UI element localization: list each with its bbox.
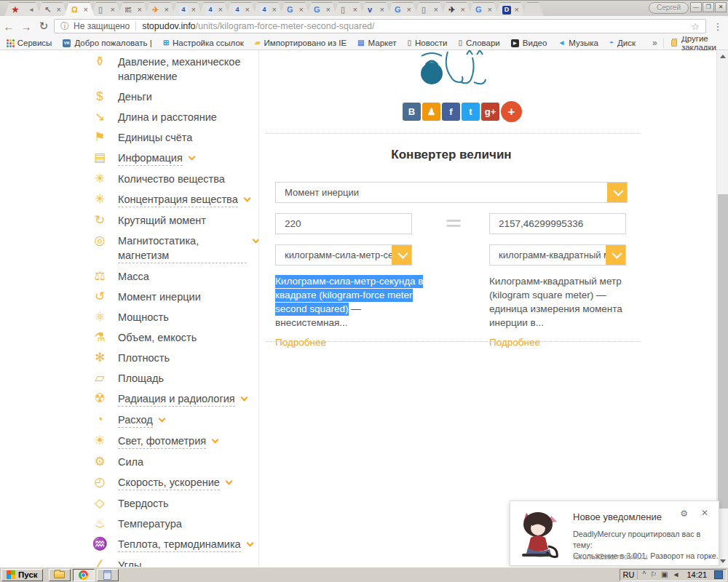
- tab-cnt-pss[interactable]: ЦНТ ПСС×: [118, 2, 149, 17]
- flag-icon[interactable]: ⚐: [650, 571, 657, 578]
- minimize-button[interactable]: —: [690, 2, 702, 12]
- sidebar-item-radiation[interactable]: ☢Радиация и радиология: [91, 388, 258, 410]
- close-button[interactable]: ✕: [715, 2, 727, 12]
- volume-icon[interactable]: ◄: [673, 571, 680, 578]
- bookmark-star-icon[interactable]: ☆: [691, 21, 700, 32]
- sidebar-item-heat[interactable]: ♒Теплота, термодинамика: [91, 534, 258, 555]
- back-button[interactable]: ←: [0, 20, 17, 33]
- tab-il2-forum[interactable]: 4×: [172, 2, 202, 17]
- tab-page[interactable]: ▯×: [91, 2, 122, 17]
- bookmark-music[interactable]: ◄Музыка: [558, 39, 598, 47]
- other-bookmarks-button[interactable]: Другие закладки: [664, 34, 728, 52]
- tab-il2-forum[interactable]: 4×: [226, 2, 256, 17]
- tab-close-icon[interactable]: ×: [57, 6, 61, 14]
- gear-icon[interactable]: ⚙: [680, 509, 688, 519]
- sidebar-item-magnetism[interactable]: ◎Магнитостатика, магнетизм: [91, 231, 258, 266]
- sidebar-item-information[interactable]: ▤Информация: [91, 148, 258, 169]
- tab-google[interactable]: G×: [387, 2, 418, 17]
- close-icon[interactable]: ✕: [701, 508, 708, 518]
- tab-warthunder[interactable]: ✈×: [145, 2, 175, 17]
- tab-close-icon[interactable]: ×: [191, 6, 196, 14]
- new-tab-stub[interactable]: [522, 2, 544, 17]
- sidebar-item-area[interactable]: ▱Площадь: [91, 368, 258, 388]
- tab-page[interactable]: ▯×: [333, 2, 364, 17]
- vk-share-icon[interactable]: В: [403, 103, 421, 121]
- tab-close-icon[interactable]: ×: [407, 6, 411, 14]
- sidebar-item-amount-of-substance[interactable]: ✳Количество вещества: [91, 169, 258, 189]
- bookmark-dictionaries[interactable]: ▯Словари: [459, 39, 500, 47]
- restore-button[interactable]: ❐: [703, 2, 714, 12]
- address-bar[interactable]: ⓘ Не защищено stopudov.info /units/kilog…: [54, 19, 706, 33]
- scroll-up-arrow-icon[interactable]: [720, 55, 726, 58]
- bookmark-link-setup[interactable]: ⊞Настройка ссылок: [163, 39, 244, 47]
- page-info-icon[interactable]: ⓘ: [60, 20, 69, 33]
- tab-close-icon[interactable]: ×: [272, 6, 277, 14]
- tab-close-icon[interactable]: ×: [353, 6, 357, 14]
- tab-close-icon[interactable]: ×: [245, 6, 250, 14]
- tab-close-icon[interactable]: ×: [434, 6, 438, 14]
- sidebar-item-concentration[interactable]: ✳Концентрация вещества: [91, 189, 258, 210]
- chevron-down-icon[interactable]: [607, 182, 628, 203]
- tab-close-icon[interactable]: ×: [111, 6, 115, 14]
- tab-google[interactable]: G×: [280, 2, 310, 17]
- tab-close-icon[interactable]: ×: [488, 6, 492, 14]
- more-link[interactable]: Подробнее: [489, 335, 540, 349]
- sidebar-item-mass[interactable]: ⚖Масса: [91, 266, 258, 287]
- language-indicator[interactable]: RU: [623, 570, 638, 579]
- more-link[interactable]: Подробнее: [275, 335, 326, 349]
- to-unit-select[interactable]: килограмм-квадратный метр: [489, 244, 626, 266]
- from-value-input[interactable]: [275, 213, 412, 234]
- apps-grid-icon[interactable]: [6, 39, 12, 47]
- sidebar-item-volume[interactable]: ⚗Объем, емкость: [91, 327, 258, 348]
- chevron-down-icon[interactable]: [392, 244, 412, 266]
- browser-menu-icon[interactable]: ⋮: [711, 21, 725, 32]
- sidebar-item-density[interactable]: ✻Плотность: [91, 348, 258, 368]
- bookmark-welcome[interactable]: VKДобро пожаловать |: [63, 39, 151, 47]
- bookmarks-overflow-chevron[interactable]: »: [646, 38, 664, 48]
- start-button[interactable]: Пуск: [1, 569, 43, 581]
- bookmark-video[interactable]: ▶Видео: [511, 39, 547, 47]
- tab-close-icon[interactable]: ×: [165, 6, 169, 14]
- sidebar-item-force[interactable]: ⚙Сила: [91, 452, 258, 472]
- sidebar-item-light[interactable]: ☀Свет, фотометрия: [91, 431, 258, 452]
- tab-il2-forum[interactable]: 4×: [253, 2, 283, 17]
- tab-pinned-bookmark[interactable]: ★◄: [4, 2, 41, 17]
- tab-v-site[interactable]: v×: [360, 2, 391, 17]
- tab-close-icon[interactable]: ×: [461, 6, 465, 14]
- taskbar-file-explorer[interactable]: [49, 569, 71, 581]
- tab-cursor[interactable]: ↖×: [37, 2, 68, 17]
- tab-close-icon[interactable]: ×: [326, 6, 331, 14]
- bookmark-services[interactable]: Сервисы: [17, 39, 52, 47]
- from-unit-select[interactable]: килограмм-сила-метр-секунда: [275, 244, 412, 266]
- sidebar-item-torque[interactable]: ↻Крутящий момент: [91, 210, 258, 231]
- sidebar-item-temperature[interactable]: ♨Температура: [91, 514, 258, 534]
- odnoklassniki-share-icon[interactable]: ♟: [422, 103, 440, 121]
- tab-d-site[interactable]: D×: [495, 2, 526, 17]
- tab-bird-site[interactable]: ✈×: [441, 2, 472, 17]
- googleplus-share-icon[interactable]: g+: [481, 103, 499, 121]
- notification-popup[interactable]: Новое уведомление DeadlyMercury процитир…: [510, 501, 719, 566]
- taskbar-calculator[interactable]: [97, 569, 119, 581]
- tab-page[interactable]: ▯×: [414, 2, 445, 17]
- sidebar-item-speed[interactable]: ◴Скорость, ускорение: [91, 472, 258, 493]
- page-scrollbar[interactable]: [716, 50, 728, 567]
- share-plus-icon[interactable]: +: [501, 101, 522, 122]
- bookmark-ie-import[interactable]: ▰Импортировано из IE: [255, 39, 347, 47]
- scroll-down-arrow-icon[interactable]: [720, 559, 726, 563]
- sidebar-item-power[interactable]: ⚛Мощность: [91, 307, 258, 327]
- bookmark-news[interactable]: ▯Новости: [408, 39, 448, 47]
- tab-google[interactable]: G×: [468, 2, 499, 17]
- show-desktop-button[interactable]: [714, 570, 723, 579]
- sidebar-item-count-units[interactable]: ⚑Единицы счёта: [91, 127, 258, 148]
- bookmark-market[interactable]: ▤Маркет: [357, 39, 396, 47]
- tab-google[interactable]: G×: [306, 2, 337, 17]
- tab-close-icon[interactable]: ×: [84, 6, 88, 14]
- reload-button[interactable]: ↻: [35, 20, 52, 33]
- sidebar-item-length[interactable]: ↘Длина и расстояние: [91, 107, 258, 127]
- category-select[interactable]: Момент инерции: [275, 182, 628, 203]
- sidebar-item-angles[interactable]: ∠Углы: [91, 555, 258, 567]
- bookmark-disk[interactable]: ◓Диск: [609, 39, 636, 47]
- facebook-share-icon[interactable]: f: [442, 103, 460, 121]
- sidebar-item-hardness[interactable]: ◇Твердость: [91, 493, 258, 514]
- to-value-input[interactable]: [489, 213, 626, 234]
